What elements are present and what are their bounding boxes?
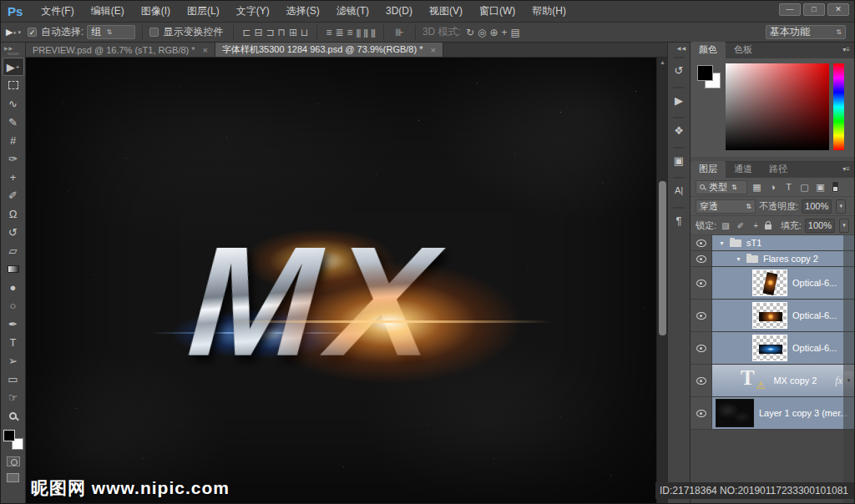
eye-icon[interactable] <box>696 345 706 352</box>
panel-menu-icon[interactable]: ▾≡ <box>842 46 850 53</box>
align-vcenter-icon[interactable]: ⊞ <box>289 27 297 38</box>
canvas[interactable]: MX ▲ 昵图网 www.nipic.com <box>26 58 667 503</box>
paragraph-panel-icon[interactable]: ¶ <box>669 211 689 229</box>
layer-row[interactable]: ▼sT1 <box>691 235 854 251</box>
layer-row[interactable]: ▼Flares copy 2 <box>691 251 854 267</box>
dock-collapse-icon[interactable]: ◀◀ <box>677 45 686 51</box>
show-transform-checkbox[interactable] <box>149 28 159 37</box>
toolbox-collapse-icon[interactable]: ▶▶ <box>4 45 13 51</box>
eraser-tool[interactable]: ▱ <box>3 241 24 260</box>
layer-row-content[interactable]: Optical-6... <box>712 332 854 364</box>
menu-item-4[interactable]: 文字(Y) <box>228 5 278 17</box>
align-top-icon[interactable]: ⊓ <box>278 27 286 38</box>
zoom-tool[interactable] <box>3 406 24 425</box>
tab-font-mockup-psd[interactable]: 字体样机35300 1284 963.psd @ 73.9%(RGB/8) * … <box>215 43 443 57</box>
tab-color[interactable]: 颜色 <box>691 42 726 58</box>
filter-adjustment-icon[interactable]: ◑ <box>766 182 779 192</box>
3d-panel-icon[interactable]: ❖ <box>669 121 689 139</box>
3d-roll-icon[interactable]: ◎ <box>478 27 486 38</box>
quick-select-tool[interactable]: ✎ <box>3 113 24 131</box>
distribute-hcenter-icon[interactable]: ||| <box>363 28 367 38</box>
distribute-spacing-icon[interactable]: ⊪ <box>392 27 407 38</box>
align-left-icon[interactable]: ⊏ <box>242 27 250 38</box>
lock-transparent-icon[interactable]: ▨ <box>720 221 731 230</box>
menu-item-1[interactable]: 编辑(E) <box>83 5 133 17</box>
menu-item-6[interactable]: 滤镜(T) <box>328 5 377 17</box>
scroll-up-icon[interactable]: ▲ <box>660 59 665 65</box>
hue-ramp[interactable] <box>833 63 844 150</box>
eye-icon[interactable] <box>696 280 706 287</box>
gradient-tool[interactable] <box>3 260 24 278</box>
crop-tool[interactable]: # <box>3 131 24 149</box>
3d-rotate-icon[interactable]: ↻ <box>466 27 474 38</box>
layer-effects-fx[interactable]: fx <box>835 375 842 387</box>
menu-item-10[interactable]: 帮助(H) <box>524 5 574 17</box>
type-tool[interactable]: T <box>3 333 24 351</box>
close-icon[interactable]: × <box>203 45 208 55</box>
eye-icon[interactable] <box>696 255 706 263</box>
close-icon[interactable]: × <box>430 45 435 55</box>
eye-icon[interactable] <box>696 410 706 417</box>
menu-item-8[interactable]: 视图(V) <box>421 5 471 17</box>
filter-shape-icon[interactable]: ▢ <box>798 182 811 193</box>
lock-move-icon[interactable]: + <box>750 221 761 230</box>
menu-item-0[interactable]: 文件(F) <box>33 5 82 17</box>
3d-camera-icon[interactable]: ▤ <box>511 27 520 38</box>
lock-all-icon[interactable] <box>765 224 772 229</box>
tab-swatches[interactable]: 色板 <box>726 42 761 58</box>
tab-preview-psd[interactable]: PREVIEW.psd @ 16.7% (sT1, RGB/8) * × <box>26 43 215 57</box>
move-tool[interactable]: ▶+ <box>3 58 24 76</box>
distribute-right-icon[interactable]: ||| <box>371 28 375 38</box>
character-panel-icon[interactable]: A| <box>669 181 689 199</box>
clone-stamp-tool[interactable]: Ω <box>3 204 24 223</box>
blend-mode-dropdown[interactable]: 穿透 ⇅ <box>696 199 756 214</box>
type-layer-icon[interactable]: T <box>741 366 755 390</box>
maximize-button[interactable]: □ <box>803 3 825 16</box>
tab-channels[interactable]: 通道 <box>726 161 761 178</box>
scrollbar-thumb[interactable] <box>659 181 666 335</box>
hand-tool[interactable]: ☞ <box>3 388 24 406</box>
effects-collapse-icon[interactable]: ▾ <box>844 371 853 390</box>
opacity-value[interactable]: 100% <box>802 199 832 214</box>
layer-row[interactable]: Optical-6... <box>691 332 854 365</box>
distribute-top-icon[interactable]: ≡ <box>326 27 331 38</box>
eye-icon[interactable] <box>696 312 706 320</box>
layer-row[interactable]: Layer 1 copy 3 (mer... <box>691 397 854 430</box>
actions-panel-icon[interactable]: ▶ <box>669 91 689 109</box>
eye-icon[interactable] <box>696 239 706 247</box>
menu-item-2[interactable]: 图像(I) <box>133 5 179 17</box>
marquee-tool[interactable] <box>3 76 24 94</box>
menu-item-3[interactable]: 图层(L) <box>179 5 228 17</box>
layer-row[interactable]: T⚠MX copy 2fx▾ <box>691 365 854 397</box>
menu-item-7[interactable]: 3D(D) <box>377 5 421 17</box>
path-select-tool[interactable]: ➢ <box>3 351 24 370</box>
lasso-tool[interactable]: ∿ <box>3 94 24 113</box>
expand-caret-icon[interactable]: ▼ <box>719 240 725 246</box>
current-tool-button[interactable]: ▶+ ▾ <box>6 27 21 38</box>
layer-comps-panel-icon[interactable]: ▣ <box>669 151 689 169</box>
auto-select-dropdown[interactable]: 组 ⇅ <box>87 25 135 39</box>
distribute-vcenter-icon[interactable]: ≣ <box>335 27 343 38</box>
brush-tool[interactable]: ✐ <box>3 186 24 204</box>
dodge-tool[interactable]: ○ <box>3 296 24 315</box>
3d-slide-icon[interactable]: + <box>502 27 508 38</box>
quick-mask-button[interactable] <box>7 456 20 466</box>
auto-select-checkbox[interactable]: ✓ <box>28 28 37 37</box>
layer-row-content[interactable]: Optical-6... <box>712 300 854 331</box>
layer-row-content[interactable]: ▼sT1 <box>712 235 854 250</box>
expand-caret-icon[interactable]: ▼ <box>736 256 741 262</box>
eye-icon[interactable] <box>696 377 706 385</box>
shape-tool[interactable]: ▭ <box>3 370 24 388</box>
menu-item-5[interactable]: 选择(S) <box>278 5 328 17</box>
filter-toggle-switch[interactable] <box>832 181 839 193</box>
distribute-left-icon[interactable]: ||| <box>357 28 361 38</box>
filter-type-icon[interactable]: T <box>782 182 795 192</box>
opacity-dropdown-icon[interactable]: ▾ <box>836 199 846 214</box>
layer-row-content[interactable]: ▼Flares copy 2 <box>712 251 854 266</box>
lock-paint-icon[interactable]: ✐ <box>735 221 746 230</box>
filter-pixel-icon[interactable]: ▦ <box>751 182 763 193</box>
fill-dropdown-icon[interactable]: ▾ <box>839 219 849 233</box>
pen-tool[interactable]: ✒ <box>3 315 24 333</box>
screen-mode-button[interactable] <box>7 473 19 482</box>
align-hcenter-icon[interactable]: ⊟ <box>254 27 262 38</box>
